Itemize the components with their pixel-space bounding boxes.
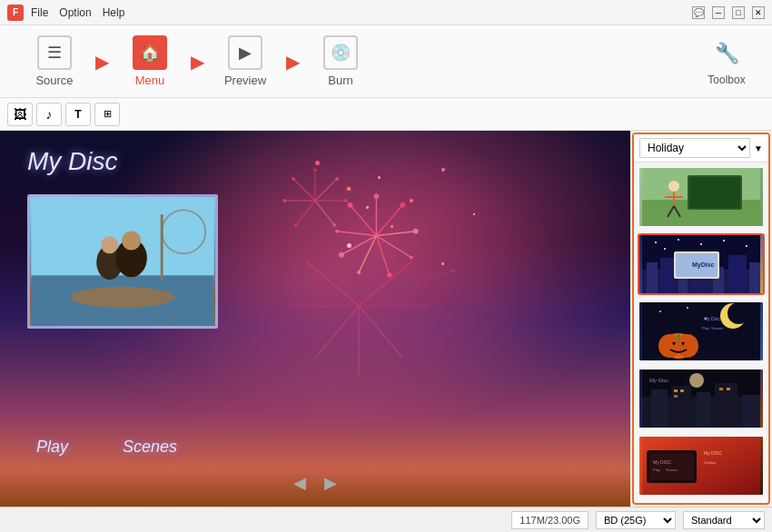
- svg-point-70: [700, 243, 702, 245]
- svg-point-89: [687, 307, 688, 309]
- menu-buttons: Play Scenes: [36, 438, 177, 457]
- burn-step[interactable]: 💿 Burn: [295, 30, 386, 94]
- option-menu[interactable]: Option: [59, 6, 91, 19]
- svg-rect-104: [697, 392, 710, 428]
- help-menu[interactable]: Help: [103, 6, 125, 19]
- svg-point-55: [122, 231, 141, 250]
- svg-text:Play: Play: [702, 326, 709, 330]
- svg-text:Play: Play: [653, 468, 660, 472]
- spark-4: [410, 199, 413, 202]
- toolbox-button[interactable]: 🔧 Toolbox: [690, 30, 763, 94]
- burn-label: Burn: [328, 74, 352, 87]
- theme-3-preview: My Disc Play Scenes: [639, 302, 763, 360]
- svg-point-88: [659, 310, 661, 312]
- menu-icon: 🏠: [133, 35, 167, 70]
- music-button[interactable]: ♪: [36, 103, 62, 126]
- theme-3-svg: My Disc Play Scenes: [639, 302, 763, 360]
- svg-point-53: [101, 236, 118, 253]
- bd-type-select[interactable]: BD (25G) DVD (4.7G) DVD (8.5G): [596, 511, 676, 529]
- theme-list: MyDisc: [634, 163, 768, 503]
- svg-rect-106: [742, 395, 760, 428]
- theme-item-2[interactable]: MyDisc: [638, 233, 765, 295]
- svg-rect-81: [749, 262, 760, 293]
- theme-4-preview: My Disc: [639, 369, 763, 428]
- burn-icon: 💿: [323, 35, 358, 70]
- file-size-info: 117M/23.00G: [511, 511, 589, 529]
- svg-point-72: [746, 245, 747, 247]
- theme-item-5[interactable]: My DISC Play Scenes My DISC Holiday: [638, 435, 765, 497]
- svg-rect-102: [651, 389, 668, 428]
- svg-rect-76: [660, 258, 674, 293]
- play-button[interactable]: Play: [36, 438, 68, 457]
- preview-step[interactable]: ▶ Preview: [200, 30, 291, 94]
- svg-rect-105: [715, 383, 737, 428]
- svg-text:Holiday: Holiday: [704, 460, 716, 465]
- next-arrow[interactable]: ▶: [324, 473, 337, 493]
- theme-5-preview: My DISC Play Scenes My DISC Holiday: [639, 437, 763, 495]
- svg-rect-117: [649, 453, 694, 480]
- close-button[interactable]: ✕: [752, 6, 765, 19]
- svg-text:Scenes: Scenes: [711, 326, 723, 330]
- spark-6: [347, 243, 351, 248]
- svg-rect-109: [674, 395, 678, 398]
- status-info: 117M/23.00G BD (25G) DVD (4.7G) DVD (8.5…: [7, 511, 765, 529]
- svg-point-73: [664, 248, 666, 250]
- theme-2-svg: MyDisc: [639, 235, 763, 293]
- source-label: Source: [35, 74, 73, 87]
- theme-item-1[interactable]: [638, 166, 765, 228]
- svg-point-71: [723, 240, 725, 241]
- thumbnail-svg: [30, 197, 215, 326]
- svg-point-112: [689, 373, 704, 388]
- quality-select[interactable]: Standard High Quality Best Quality: [683, 511, 765, 529]
- disc-title: My Disc: [27, 147, 118, 176]
- video-thumbnail[interactable]: [27, 194, 218, 329]
- image-button[interactable]: 🖼: [7, 103, 33, 126]
- svg-text:Scenes: Scenes: [666, 468, 678, 472]
- spark-3: [366, 206, 369, 209]
- theme-1-preview: [639, 168, 763, 226]
- menu-step[interactable]: 🏠 Menu: [104, 30, 195, 94]
- svg-rect-80: [728, 255, 747, 293]
- theme-sidebar: Holiday Wedding Birthday Travel Standard…: [632, 133, 770, 505]
- theme-1-svg: [639, 168, 763, 226]
- spark-9: [473, 213, 475, 215]
- svg-rect-111: [727, 388, 730, 390]
- sub-toolbar: 🖼 ♪ T ⊞: [0, 98, 772, 131]
- preview-label: Preview: [224, 74, 266, 87]
- svg-text:My DISC: My DISC: [653, 459, 671, 465]
- statusbar: 117M/23.00G BD (25G) DVD (4.7G) DVD (8.5…: [0, 507, 772, 532]
- file-menu[interactable]: File: [31, 6, 48, 19]
- svg-point-69: [678, 239, 679, 241]
- dropdown-arrow-icon: ▼: [754, 143, 763, 153]
- table-button[interactable]: ⊞: [94, 103, 120, 126]
- spark-5: [391, 225, 393, 228]
- maximize-button[interactable]: □: [732, 6, 745, 19]
- menu-bar: File Option Help: [31, 6, 124, 19]
- prev-arrow[interactable]: ◀: [293, 473, 306, 493]
- menu-label: Menu: [135, 74, 165, 87]
- workflow-bar: ☰ Source ▶ 🏠 Menu ▶ ▶ Preview ▶ 💿 Burn 🔧…: [0, 25, 772, 98]
- minimize-button[interactable]: ─: [712, 6, 725, 19]
- chat-icon[interactable]: 💬: [692, 6, 705, 19]
- svg-point-51: [70, 287, 174, 308]
- theme-2-preview: MyDisc: [639, 235, 763, 293]
- text-button[interactable]: T: [65, 103, 91, 126]
- theme-item-3[interactable]: My Disc Play Scenes: [638, 300, 765, 362]
- svg-text:My Disc: My Disc: [704, 316, 720, 321]
- svg-point-62: [668, 181, 679, 192]
- source-step[interactable]: ☰ Source: [9, 30, 100, 94]
- scenes-button[interactable]: Scenes: [123, 438, 177, 457]
- preview-icon: ▶: [228, 35, 262, 70]
- spark-1: [347, 187, 351, 191]
- theme-5-svg: My DISC Play Scenes My DISC Holiday: [639, 437, 763, 495]
- svg-rect-107: [674, 389, 678, 392]
- theme-category-select[interactable]: Holiday Wedding Birthday Travel Standard: [639, 138, 750, 158]
- svg-rect-108: [680, 389, 684, 392]
- svg-point-87: [727, 302, 749, 324]
- toolbox-label: Toolbox: [708, 74, 745, 86]
- svg-rect-75: [647, 262, 658, 293]
- theme-item-4[interactable]: My Disc: [638, 368, 765, 429]
- source-icon: ☰: [37, 35, 72, 70]
- svg-rect-94: [677, 334, 680, 340]
- svg-rect-61: [689, 177, 740, 208]
